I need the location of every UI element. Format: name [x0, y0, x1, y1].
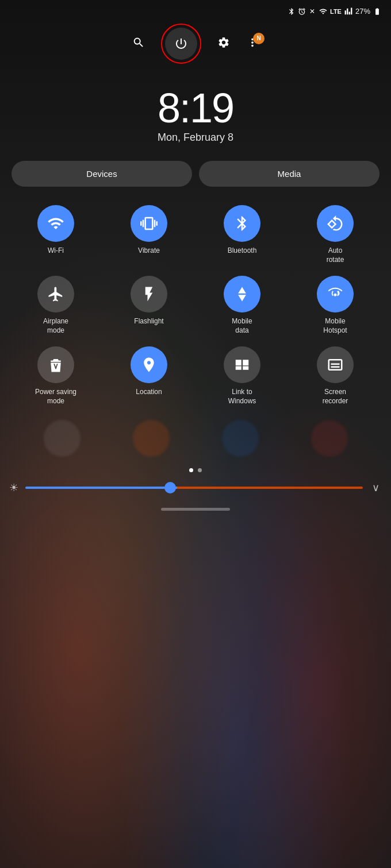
brightness-slider-track[interactable]: [25, 487, 363, 489]
wifi-tile-label: Wi-Fi: [48, 246, 64, 256]
power-button-wrapper: [161, 24, 201, 64]
bluetooth-tile-label: Bluetooth: [228, 246, 257, 256]
preview-circle-1: [44, 420, 80, 457]
mobiledata-tile-label: Mobiledata: [232, 317, 252, 335]
linktowindows-tile-icon: [224, 346, 260, 383]
quick-tiles-grid: Wi-Fi Vibrate Bluetooth: [0, 200, 391, 411]
tile-hotspot[interactable]: MobileHotspot: [289, 276, 382, 335]
battery-icon: [373, 7, 382, 16]
hotspot-tile-icon: [317, 276, 354, 313]
page-dot-2: [198, 468, 202, 472]
location-tile-label: Location: [136, 388, 162, 397]
avatar-badge[interactable]: N: [253, 33, 264, 44]
preview-circle-3: [222, 420, 259, 457]
airplane-tile-label: Airplanemode: [43, 317, 68, 335]
qs-header: N: [0, 19, 391, 73]
home-indicator: [0, 503, 391, 515]
location-tile-icon: [131, 346, 167, 383]
mobiledata-tile-icon: [224, 276, 260, 313]
tile-bluetooth[interactable]: Bluetooth: [195, 205, 289, 264]
tile-location[interactable]: Location: [102, 346, 195, 406]
wifi-tile-icon: [37, 205, 74, 242]
linktowindows-tile-label: Link toWindows: [228, 388, 256, 406]
search-button[interactable]: [132, 36, 145, 52]
flashlight-tile-label: Flashlight: [134, 317, 163, 326]
tile-autorotate[interactable]: Autorotate: [289, 205, 382, 264]
tile-mobiledata[interactable]: Mobiledata: [195, 276, 289, 335]
bluetooth-tile-icon: [224, 205, 260, 242]
page-dots: [0, 457, 391, 479]
expand-button[interactable]: ∨: [370, 479, 382, 496]
autorotate-tile-icon: [317, 205, 354, 242]
more-options-button[interactable]: N: [246, 36, 259, 52]
status-bar: LTE 27%: [0, 0, 391, 19]
tile-vibrate[interactable]: Vibrate: [102, 205, 195, 264]
bottom-preview: [0, 420, 391, 457]
tile-screenrecorder[interactable]: Screenrecorder: [289, 346, 382, 406]
airplane-tile-icon: [37, 276, 74, 313]
settings-button[interactable]: [217, 36, 230, 52]
tile-linktowindows[interactable]: Link toWindows: [195, 346, 289, 406]
clock-area: 8:19 Mon, February 8: [0, 73, 391, 161]
tile-powersaving[interactable]: Power savingmode: [9, 346, 102, 406]
battery-percentage: 27%: [355, 7, 370, 16]
preview-circle-2: [133, 420, 170, 457]
lte-status-icon: LTE: [330, 8, 342, 15]
hotspot-tile-label: MobileHotspot: [323, 317, 347, 335]
bluetooth-status-icon: [288, 7, 296, 16]
tile-airplane[interactable]: Airplanemode: [9, 276, 102, 335]
screenrecorder-tile-icon: [317, 346, 354, 383]
autorotate-tile-label: Autorotate: [327, 246, 344, 264]
status-icons: LTE 27%: [288, 7, 382, 16]
powersaving-tile-icon: [37, 346, 74, 383]
media-button[interactable]: Media: [199, 161, 379, 187]
clock-date: Mon, February 8: [0, 132, 391, 144]
tile-wifi[interactable]: Wi-Fi: [9, 205, 102, 264]
silent-status-icon: [308, 7, 316, 16]
devices-button[interactable]: Devices: [12, 161, 192, 187]
alarm-status-icon: [298, 7, 306, 16]
screenrecorder-tile-label: Screenrecorder: [323, 388, 348, 406]
vibrate-tile-label: Vibrate: [138, 246, 160, 256]
page-dot-1: [189, 468, 193, 472]
qs-header-icons: N: [132, 24, 259, 64]
brightness-thumb[interactable]: [164, 482, 176, 493]
power-circle-ring: [161, 24, 201, 64]
preview-circle-4: [311, 420, 348, 457]
brightness-row: ☀ ∨: [0, 479, 391, 503]
powersaving-tile-label: Power savingmode: [35, 388, 76, 406]
vibrate-tile-icon: [131, 205, 167, 242]
brightness-icon: ☀: [9, 481, 18, 494]
clock-time: 8:19: [0, 84, 391, 132]
wifi-status-icon: [319, 7, 328, 16]
signal-status-icon: [344, 7, 353, 16]
home-bar: [161, 508, 230, 511]
flashlight-tile-icon: [131, 276, 167, 313]
device-media-row: Devices Media: [0, 161, 391, 200]
tile-flashlight[interactable]: Flashlight: [102, 276, 195, 335]
